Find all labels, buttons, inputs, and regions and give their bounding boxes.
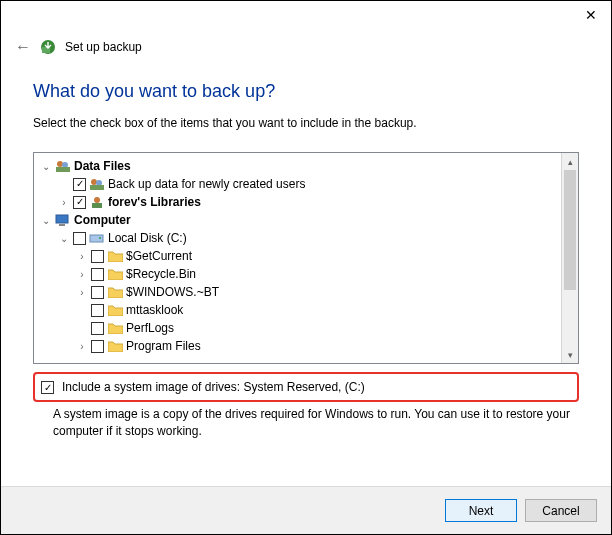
chevron-right-icon[interactable]: › — [76, 251, 88, 262]
tree-label: Computer — [74, 213, 131, 227]
chevron-right-icon[interactable]: › — [76, 269, 88, 280]
tree-label: $GetCurrent — [126, 249, 192, 263]
tree-row-folder[interactable]: › $Recycle.Bin — [38, 265, 574, 283]
chevron-down-icon[interactable]: ⌄ — [40, 215, 52, 226]
chevron-down-icon[interactable]: ⌄ — [58, 233, 70, 244]
svg-rect-12 — [90, 235, 103, 242]
backup-icon — [39, 38, 57, 56]
tree-row-libraries[interactable]: › forev's Libraries — [38, 193, 574, 211]
back-icon[interactable]: ← — [15, 39, 31, 55]
folder-icon — [107, 250, 123, 262]
checkbox-icon[interactable] — [91, 286, 104, 299]
checkbox-icon[interactable] — [73, 178, 86, 191]
tree-label: Back up data for newly created users — [108, 177, 305, 191]
cancel-button[interactable]: Cancel — [525, 499, 597, 522]
chevron-right-icon[interactable]: › — [76, 287, 88, 298]
svg-rect-4 — [56, 167, 70, 172]
system-image-note: A system image is a copy of the drives r… — [33, 402, 579, 440]
tree-label: Program Files — [126, 339, 201, 353]
chevron-right-icon[interactable]: › — [58, 197, 70, 208]
wizard-title: Set up backup — [65, 40, 142, 54]
next-button[interactable]: Next — [445, 499, 517, 522]
folder-icon — [107, 268, 123, 280]
tree-label: Data Files — [74, 159, 131, 173]
checkbox-icon[interactable] — [73, 196, 86, 209]
scrollbar[interactable]: ▴ ▾ — [561, 153, 578, 363]
titlebar: ✕ — [1, 1, 611, 29]
tree-label: PerfLogs — [126, 321, 174, 335]
svg-rect-7 — [90, 185, 104, 190]
tree-row-data-files[interactable]: ⌄ Data Files — [38, 157, 574, 175]
wizard-footer: Next Cancel — [1, 486, 611, 534]
tree-label: $WINDOWS.~BT — [126, 285, 219, 299]
checkbox-icon[interactable] — [91, 340, 104, 353]
tree-row-local-disk[interactable]: ⌄ Local Disk (C:) — [38, 229, 574, 247]
svg-rect-9 — [92, 203, 102, 208]
checkbox-icon[interactable] — [41, 381, 54, 394]
svg-point-2 — [57, 161, 63, 167]
tree-label: mttasklook — [126, 303, 183, 317]
checkbox-icon[interactable] — [91, 322, 104, 335]
checkbox-icon[interactable] — [91, 250, 104, 263]
tree-row-folder[interactable]: › $GetCurrent — [38, 247, 574, 265]
close-button[interactable]: ✕ — [571, 1, 611, 29]
folder-icon — [107, 286, 123, 298]
tree-row-folder[interactable]: › $WINDOWS.~BT — [38, 283, 574, 301]
person-icon — [89, 195, 105, 209]
tree-row-folder[interactable]: › Program Files — [38, 337, 574, 355]
tree-label: $Recycle.Bin — [126, 267, 196, 281]
tree-row-folder[interactable]: PerfLogs — [38, 319, 574, 337]
svg-point-8 — [94, 197, 100, 203]
tree-row-computer[interactable]: ⌄ Computer — [38, 211, 574, 229]
scroll-thumb[interactable] — [564, 170, 576, 290]
chevron-right-icon[interactable]: › — [76, 341, 88, 352]
svg-rect-11 — [59, 224, 65, 226]
folder-icon — [107, 340, 123, 352]
scroll-track[interactable] — [562, 290, 578, 346]
drive-icon — [89, 232, 105, 244]
wizard-header: ← Set up backup — [1, 29, 611, 59]
tree-row-new-users[interactable]: Back up data for newly created users — [38, 175, 574, 193]
tree-label: forev's Libraries — [108, 195, 201, 209]
scroll-up-icon[interactable]: ▴ — [562, 153, 578, 170]
system-image-label: Include a system image of drives: System… — [62, 380, 365, 394]
page-description: Select the check box of the items that y… — [33, 116, 579, 130]
backup-tree: ⌄ Data Files Back up data for newly crea… — [33, 152, 579, 364]
checkbox-icon[interactable] — [73, 232, 86, 245]
computer-icon — [55, 213, 71, 227]
svg-rect-13 — [99, 237, 101, 239]
tree-row-folder[interactable]: mttasklook — [38, 301, 574, 319]
checkbox-icon[interactable] — [91, 268, 104, 281]
people-icon — [89, 177, 105, 191]
tree-label: Local Disk (C:) — [108, 231, 187, 245]
page-heading: What do you want to back up? — [33, 81, 579, 102]
svg-point-5 — [91, 179, 97, 185]
chevron-down-icon[interactable]: ⌄ — [40, 161, 52, 172]
folder-icon — [107, 304, 123, 316]
checkbox-icon[interactable] — [91, 304, 104, 317]
system-image-option[interactable]: Include a system image of drives: System… — [33, 372, 579, 402]
people-icon — [55, 159, 71, 173]
scroll-down-icon[interactable]: ▾ — [562, 346, 578, 363]
svg-rect-10 — [56, 215, 68, 223]
folder-icon — [107, 322, 123, 334]
content-area: What do you want to back up? Select the … — [1, 59, 611, 479]
